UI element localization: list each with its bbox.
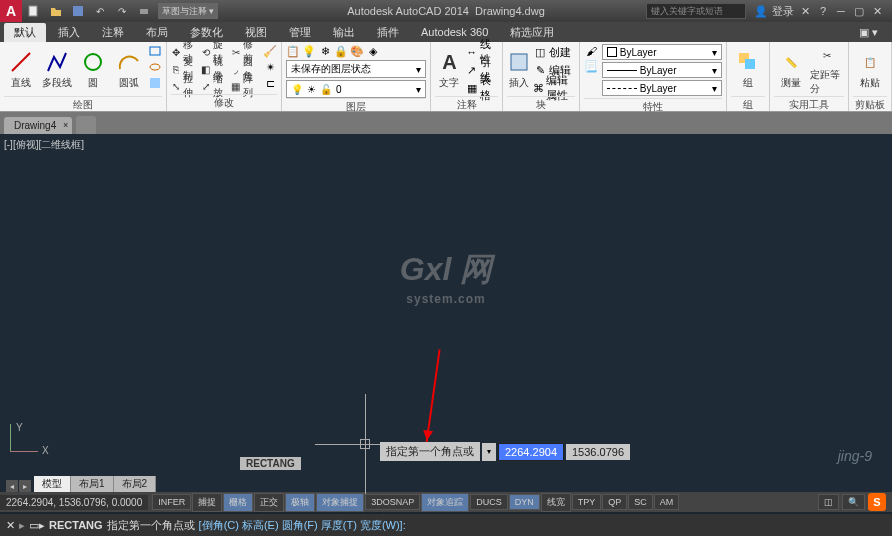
layer-dropdown[interactable]: 💡☀🔓0▾: [286, 80, 426, 98]
annotation-scale[interactable]: 🔍: [842, 494, 865, 510]
status-tpy[interactable]: TPY: [572, 494, 602, 510]
cmd-close-icon[interactable]: ✕: [6, 519, 15, 532]
layer-match-icon[interactable]: 🎨: [350, 44, 364, 58]
polyline-button[interactable]: 多段线: [40, 44, 74, 96]
line-button[interactable]: 直线: [4, 44, 38, 96]
status-sc[interactable]: SC: [628, 494, 653, 510]
status-ducs[interactable]: DUCS: [470, 494, 508, 510]
close-icon[interactable]: ✕: [870, 4, 884, 18]
tab-express[interactable]: 精选应用: [500, 23, 564, 42]
app-logo[interactable]: A: [0, 0, 22, 22]
paste-icon: 📋: [858, 50, 882, 74]
open-icon[interactable]: [48, 3, 64, 19]
array-button[interactable]: ▦阵列: [231, 78, 257, 94]
paste-button[interactable]: 📋粘贴: [853, 44, 887, 96]
layout1-tab[interactable]: 布局1: [71, 476, 114, 492]
search-input[interactable]: 键入关键字或短语: [646, 3, 746, 19]
arc-button[interactable]: 圆弧: [112, 44, 146, 96]
layer-props-icon[interactable]: 📋: [286, 44, 300, 58]
table-button[interactable]: ▦表格: [466, 80, 498, 96]
status-infer[interactable]: INFER: [152, 494, 191, 510]
scroll-left-icon[interactable]: ◂: [6, 480, 18, 492]
tab-output[interactable]: 输出: [323, 23, 365, 42]
login-label[interactable]: 登录: [772, 4, 794, 19]
file-tabs: Drawing4×: [0, 112, 892, 134]
status-grid[interactable]: 栅格: [223, 493, 253, 512]
status-qp[interactable]: QP: [602, 494, 627, 510]
status-otrack[interactable]: 对象追踪: [421, 493, 469, 512]
rectangle-icon[interactable]: [148, 44, 162, 58]
model-paper-toggle[interactable]: ◫: [818, 494, 839, 510]
match-props-icon[interactable]: 🖌: [584, 44, 598, 58]
exchange-icon[interactable]: ✕: [798, 4, 812, 18]
tab-annotate[interactable]: 注释: [92, 23, 134, 42]
tab-manage[interactable]: 管理: [279, 23, 321, 42]
status-dyn[interactable]: DYN: [509, 494, 540, 510]
svg-rect-1: [73, 6, 83, 16]
ellipse-icon[interactable]: [148, 60, 162, 74]
status-polar[interactable]: 极轴: [285, 493, 315, 512]
workspace-dropdown[interactable]: 草图与注释▾: [158, 3, 218, 19]
scroll-right-icon[interactable]: ▸: [19, 480, 31, 492]
layer-freeze-icon[interactable]: ❄: [318, 44, 332, 58]
lineweight-icon: [607, 70, 637, 71]
tab-plugins[interactable]: 插件: [367, 23, 409, 42]
model-tab[interactable]: 模型: [34, 476, 71, 492]
status-3dosnap[interactable]: 3DOSNAP: [365, 494, 420, 510]
group-button[interactable]: 组: [731, 44, 765, 96]
lineweight-dropdown[interactable]: ByLayer▾: [602, 62, 722, 78]
new-icon[interactable]: [26, 3, 42, 19]
edit-attr-button[interactable]: ⌘编辑属性: [533, 80, 575, 96]
tab-layout[interactable]: 布局: [136, 23, 178, 42]
redo-icon[interactable]: ↷: [114, 3, 130, 19]
text-button[interactable]: A文字: [435, 44, 464, 96]
dynamic-options-icon[interactable]: ▾: [482, 443, 496, 461]
new-tab-button[interactable]: [76, 116, 96, 134]
minimize-icon[interactable]: ─: [834, 4, 848, 18]
maximize-icon[interactable]: ▢: [852, 4, 866, 18]
signin-icon[interactable]: 👤: [754, 4, 768, 18]
cmd-history-icon[interactable]: ▸: [19, 519, 25, 532]
status-am[interactable]: AM: [654, 494, 680, 510]
layer-state-dropdown[interactable]: 未保存的图层状态▾: [286, 60, 426, 78]
status-osnap[interactable]: 对象捕捉: [316, 493, 364, 512]
list-icon[interactable]: 📃: [584, 59, 598, 73]
erase-icon[interactable]: 🧹: [263, 44, 277, 58]
ime-icon[interactable]: S: [868, 493, 886, 511]
linetype-dropdown[interactable]: ByLayer▾: [602, 80, 722, 96]
close-tab-icon[interactable]: ×: [63, 120, 68, 130]
measure-button[interactable]: 📏测量: [774, 44, 808, 96]
ribbon-minimize-icon[interactable]: ▣ ▾: [849, 24, 888, 41]
layer-lock-icon[interactable]: 🔒: [334, 44, 348, 58]
insert-block-button[interactable]: 插入: [507, 44, 531, 96]
layout2-tab[interactable]: 布局2: [114, 476, 157, 492]
command-line[interactable]: ✕ ▸ ▭▸ RECTANG 指定第一个角点或 [倒角(C) 标高(E) 圆角(…: [0, 514, 892, 536]
create-block-button[interactable]: ◫创建: [533, 44, 575, 60]
save-icon[interactable]: [70, 3, 86, 19]
print-icon[interactable]: [136, 3, 152, 19]
layer-iso-icon[interactable]: ◈: [366, 44, 380, 58]
status-ortho[interactable]: 正交: [254, 493, 284, 512]
dynamic-y-input[interactable]: 1536.0796: [566, 444, 630, 460]
cmd-options[interactable]: [倒角(C) 标高(E) 圆角(F) 厚度(T) 宽度(W)]:: [199, 518, 406, 533]
status-snap[interactable]: 捕捉: [192, 493, 222, 512]
drawing-viewport[interactable]: [-][俯视][二维线框] Gxl 网 system.com 指定第一个角点或 …: [0, 134, 892, 492]
stretch-button[interactable]: ⤡拉伸: [171, 78, 197, 94]
dynamic-x-input[interactable]: 2264.2904: [498, 443, 564, 461]
color-dropdown[interactable]: ByLayer▾: [602, 44, 722, 60]
help-icon[interactable]: ?: [816, 4, 830, 18]
file-tab-drawing4[interactable]: Drawing4×: [4, 117, 72, 134]
divide-button[interactable]: ✂定距等分: [810, 44, 844, 96]
tab-insert[interactable]: 插入: [48, 23, 90, 42]
undo-icon[interactable]: ↶: [92, 3, 108, 19]
explode-icon[interactable]: ✴: [263, 60, 277, 74]
offset-icon[interactable]: ⊏: [263, 76, 277, 90]
scale-button[interactable]: ⤢缩放: [201, 78, 227, 94]
circle-button[interactable]: 圆: [76, 44, 110, 96]
status-lwt[interactable]: 线宽: [541, 493, 571, 512]
hatch-icon[interactable]: [148, 76, 162, 90]
tab-default[interactable]: 默认: [4, 23, 46, 42]
viewport-label[interactable]: [-][俯视][二维线框]: [4, 138, 84, 152]
coordinates[interactable]: 2264.2904, 1536.0796, 0.0000: [0, 495, 148, 510]
layer-off-icon[interactable]: 💡: [302, 44, 316, 58]
